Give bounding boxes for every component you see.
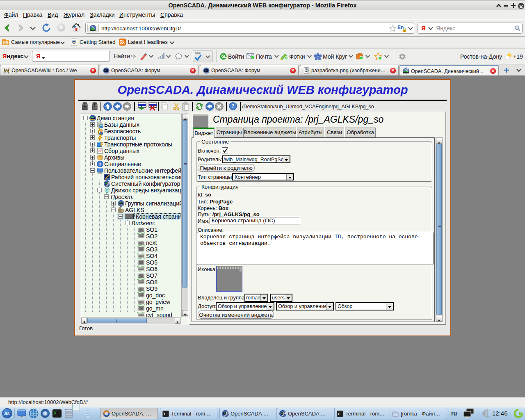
svg-text:?: ? [231, 103, 234, 110]
